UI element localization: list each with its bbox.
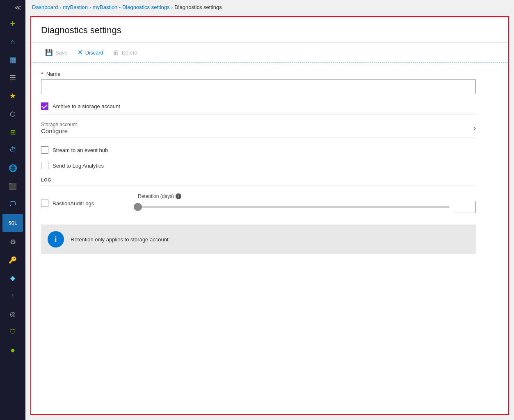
sidebar-item-circle[interactable]: ◎ [0, 305, 25, 323]
storage-account-label: Storage account [41, 122, 77, 127]
breadcrumb-dashboard[interactable]: Dashboard [32, 4, 58, 10]
portal-icon: ▦ [9, 55, 16, 64]
log-analytics-checkbox-row: Send to Log Analytics [41, 162, 498, 169]
sidebar-item-portal[interactable]: ▦ [0, 51, 25, 69]
globe-icon: 🌐 [9, 164, 17, 173]
info-circle-icon: i [48, 231, 64, 247]
sidebar-item-shield[interactable]: 🛡 [0, 323, 25, 341]
dot-icon: ● [10, 345, 15, 355]
sidebar-item-diamond[interactable]: ◆ [0, 269, 25, 287]
breadcrumb-current: Diagnostics settings [174, 4, 222, 10]
save-icon: 💾 [45, 49, 53, 56]
panel-header: Diagnostics settings [31, 17, 508, 43]
log-entry-right: Retention (days) i 0 [138, 193, 476, 213]
sidebar-item-resources[interactable]: ⬡ [0, 105, 25, 123]
sidebar-item-box[interactable]: ⬛ [0, 177, 25, 195]
retention-slider[interactable] [138, 206, 450, 208]
delete-button[interactable]: 🗑 Delete [109, 47, 142, 58]
name-label: Name [46, 71, 61, 77]
name-input[interactable] [41, 79, 476, 94]
star-icon: ★ [9, 91, 16, 100]
chevron-right-icon[interactable]: › [474, 125, 476, 132]
log-entry-left: BastionAuditLogs [41, 200, 131, 207]
retention-slider-container: 0 [138, 201, 476, 213]
sidebar-item-favorites[interactable]: ★ [0, 87, 25, 105]
diamond-icon: ◆ [10, 274, 15, 282]
sidebar-item-menu[interactable]: ☰ [0, 69, 25, 87]
discard-label: Discard [85, 50, 103, 56]
stream-checkbox[interactable] [41, 146, 48, 154]
info-banner: i Retention only applies to storage acco… [41, 225, 476, 254]
bastion-audit-logs-label: BastionAuditLogs [53, 200, 94, 207]
sql-icon: SQL [9, 221, 17, 225]
save-button[interactable]: 💾 Save [41, 47, 72, 58]
breadcrumb-mybastion-diag[interactable]: myBastion - Diagnostics settings [93, 4, 170, 10]
form-area: * Name Archive to a storage account Stor… [31, 63, 508, 414]
sidebar-item-upload[interactable]: ↑ [0, 287, 25, 305]
archive-checkbox-row: Archive to a storage account [41, 102, 498, 110]
info-banner-text: Retention only applies to storage accoun… [71, 236, 170, 243]
bastion-audit-logs-checkbox[interactable] [41, 200, 48, 207]
sidebar-item-dot[interactable]: ● [0, 341, 25, 359]
grid-icon: ⊞ [10, 128, 16, 136]
storage-account-row[interactable]: Storage account Configure › [41, 118, 476, 138]
monitor-icon: 🖵 [9, 200, 16, 208]
log-analytics-label[interactable]: Send to Log Analytics [53, 163, 104, 169]
stream-label[interactable]: Stream to an event hub [53, 147, 108, 153]
sidebar-item-dashboard[interactable]: ⊞ [0, 123, 25, 141]
breadcrumb-sep-2: › [89, 5, 91, 10]
info-icon[interactable]: i [176, 193, 181, 199]
sidebar-item-settings[interactable]: ⚙ [0, 233, 25, 251]
name-label-row: * Name [41, 71, 498, 77]
home-icon: ⌂ [11, 38, 15, 46]
chevron-left-icon: ≪ [14, 4, 21, 11]
storage-info: Storage account Configure [41, 122, 77, 134]
breadcrumb-mybastion[interactable]: myBastion [63, 4, 88, 10]
retention-value-input[interactable]: 0 [454, 201, 476, 213]
log-section: LOG BastionAuditLogs Retention (days) i [41, 177, 498, 216]
info-letter: i [55, 235, 57, 244]
archive-divider [41, 114, 476, 114]
log-analytics-checkbox[interactable] [41, 162, 48, 169]
content-panel: Diagnostics settings 💾 Save ✕ Discard 🗑 … [30, 16, 509, 415]
discard-icon: ✕ [78, 49, 83, 56]
circle-icon: ◎ [10, 310, 16, 318]
required-star: * [41, 71, 43, 77]
delete-icon: 🗑 [113, 49, 119, 56]
key-icon: 🔑 [9, 256, 17, 264]
clock-icon: ⏱ [9, 146, 16, 154]
sidebar-item-recent[interactable]: ⏱ [0, 141, 25, 159]
sidebar-top: ≪ + [0, 0, 25, 33]
plus-icon: + [10, 18, 16, 29]
storage-account-value: Configure [41, 127, 77, 134]
archive-checkbox[interactable] [41, 102, 48, 110]
toolbar: 💾 Save ✕ Discard 🗑 Delete [31, 43, 508, 63]
sidebar-item-key[interactable]: 🔑 [0, 251, 25, 269]
log-section-title: LOG [41, 177, 498, 182]
retention-days-text: Retention (days) [138, 193, 174, 199]
stream-checkbox-row: Stream to an event hub [41, 146, 498, 154]
breadcrumb-sep-1: › [60, 5, 62, 10]
box-icon: ⬛ [9, 182, 17, 190]
sidebar-item-home[interactable]: ⌂ [0, 33, 25, 51]
shield-icon: 🛡 [9, 328, 16, 336]
main-area: Dashboard › myBastion › myBastion - Diag… [25, 0, 514, 420]
breadcrumb: Dashboard › myBastion › myBastion - Diag… [25, 0, 514, 14]
sidebar-item-monitor[interactable]: 🖵 [0, 195, 25, 213]
page-title: Diagnostics settings [41, 25, 498, 36]
sidebar-item-network[interactable]: 🌐 [0, 159, 25, 177]
discard-button[interactable]: ✕ Discard [73, 47, 107, 58]
delete-label: Delete [122, 50, 137, 56]
log-entry-row: BastionAuditLogs Retention (days) i [41, 190, 476, 216]
breadcrumb-sep-3: › [171, 5, 173, 10]
menu-icon: ☰ [9, 73, 16, 82]
arrow-up-icon: ↑ [11, 292, 14, 300]
sidebar: ≪ + ⌂ ▦ ☰ ★ ⬡ ⊞ ⏱ 🌐 ⬛ 🖵 SQL ⚙ 🔑 ◆ [0, 0, 25, 420]
cube-icon: ⬡ [10, 110, 16, 118]
sidebar-item-sql[interactable]: SQL [2, 214, 23, 232]
archive-label[interactable]: Archive to a storage account [53, 103, 120, 109]
slider-thumb[interactable] [134, 203, 142, 211]
retention-label: Retention (days) i [138, 193, 476, 199]
sidebar-add-button[interactable]: + [0, 15, 25, 33]
sidebar-collapse-button[interactable]: ≪ [0, 0, 25, 15]
